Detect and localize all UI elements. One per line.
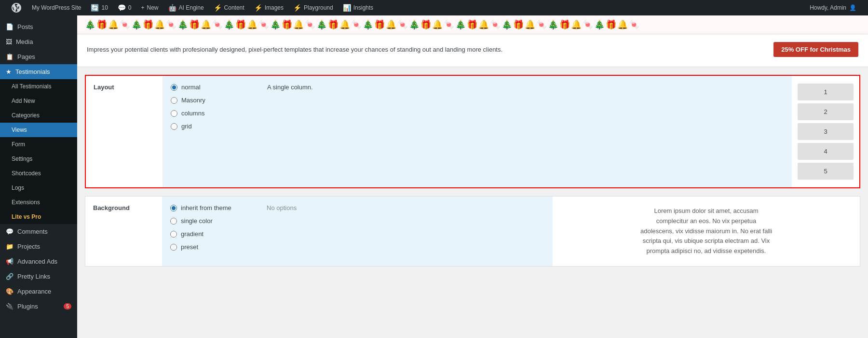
sidebar-item-comments[interactable]: 💬 Comments xyxy=(0,224,77,239)
playground-icon: ⚡ xyxy=(293,4,301,12)
background-options: inherit from theme single color gradient xyxy=(163,197,259,266)
ai-engine-item[interactable]: 🤖 AI Engine xyxy=(163,0,209,15)
sidebar-item-pretty-links[interactable]: 🔗 Pretty Links xyxy=(0,269,77,284)
user-avatar-icon: 👤 xyxy=(849,4,856,11)
sidebar-item-plugins[interactable]: 🔌 Plugins 5 xyxy=(0,299,77,314)
appearance-icon: 🎨 xyxy=(6,288,14,295)
pages-icon: 📋 xyxy=(6,53,14,60)
layout-section: Layout normal Masonry column xyxy=(85,75,860,188)
sidebar-item-posts[interactable]: 📄 Posts xyxy=(0,19,77,34)
plugins-badge: 5 xyxy=(64,303,71,310)
updates-item[interactable]: 🔄 10 xyxy=(86,0,112,15)
sidebar-item-media[interactable]: 🖼 Media xyxy=(0,34,77,49)
wp-logo[interactable] xyxy=(6,3,27,13)
christmas-cta-button[interactable]: 25% OFF for Christmas xyxy=(773,42,858,57)
layout-masonry-label: Masonry xyxy=(181,97,205,104)
posts-icon: 📄 xyxy=(6,23,14,30)
christmas-banner: 🎄🎁🔔🍬🎄🎁🔔🍬🎄🎁🔔🍬🎄🎁🔔🍬🎄🎁🔔🍬🎄🎁🔔🍬🎄🎁🔔🍬🎄🎁🔔🍬🎄🎁🔔🍬🎄🎁🔔🍬… xyxy=(77,15,868,67)
media-icon: 🖼 xyxy=(6,38,12,45)
bg-single-label: single color xyxy=(181,217,213,225)
layout-description: A single column. xyxy=(259,76,792,187)
bg-preset-label: preset xyxy=(181,243,198,251)
sidebar-item-testimonials[interactable]: ★ Testimonials xyxy=(0,64,77,79)
background-label: Background xyxy=(85,197,163,266)
main-content: 🎄🎁🔔🍬🎄🎁🔔🍬🎄🎁🔔🍬🎄🎁🔔🍬🎄🎁🔔🍬🎄🎁🔔🍬🎄🎁🔔🍬🎄🎁🔔🍬🎄🎁🔔🍬🎄🎁🔔🍬… xyxy=(77,15,868,338)
layout-section-content: normal Masonry columns grid xyxy=(163,76,859,187)
col-btn-2[interactable]: 2 xyxy=(798,103,854,120)
comments-icon: 💬 xyxy=(118,4,126,12)
sidebar-item-form[interactable]: Form xyxy=(0,137,77,152)
sidebar-item-logs[interactable]: Logs xyxy=(0,181,77,195)
insights-icon: 📊 xyxy=(343,4,351,12)
content-icon: ⚡ xyxy=(214,4,222,12)
playground-item[interactable]: ⚡ Playground xyxy=(288,0,338,15)
col-btn-1[interactable]: 1 xyxy=(798,84,854,100)
layout-option-grid[interactable]: grid xyxy=(171,123,252,130)
bg-option-preset[interactable]: preset xyxy=(170,243,251,251)
layout-columns-label: columns xyxy=(181,110,204,117)
pretty-links-icon: 🔗 xyxy=(6,273,14,280)
site-name-item[interactable]: My WordPress Site xyxy=(27,0,86,15)
layout-grid-label: grid xyxy=(181,123,192,130)
col-btn-5[interactable]: 5 xyxy=(798,163,854,180)
christmas-description: Impress your potential clients with prof… xyxy=(87,46,764,53)
projects-icon: 📁 xyxy=(6,243,14,250)
bg-option-single[interactable]: single color xyxy=(170,217,251,225)
sidebar-item-appearance[interactable]: 🎨 Appearance xyxy=(0,284,77,299)
christmas-decorations: 🎄🎁🔔🍬🎄🎁🔔🍬🎄🎁🔔🍬🎄🎁🔔🍬🎄🎁🔔🍬🎄🎁🔔🍬🎄🎁🔔🍬🎄🎁🔔🍬🎄🎁🔔🍬🎄🎁🔔🍬… xyxy=(77,15,868,34)
plugins-icon: 🔌 xyxy=(6,303,14,310)
new-item[interactable]: + New xyxy=(136,0,163,15)
sidebar-item-advanced-ads[interactable]: 📢 Advanced Ads xyxy=(0,254,77,269)
layout-option-normal[interactable]: normal xyxy=(171,84,252,91)
col-btn-3[interactable]: 3 xyxy=(798,123,854,140)
christmas-content: Impress your potential clients with prof… xyxy=(77,34,868,67)
testimonials-submenu: All Testimonials Add New Categories View… xyxy=(0,79,77,224)
sidebar-item-add-new[interactable]: Add New xyxy=(0,94,77,108)
sidebar-item-views[interactable]: Views xyxy=(0,123,77,137)
background-preview-text: Lorem ipsum dolor sit amet, accusam comp… xyxy=(639,206,774,256)
advanced-ads-icon: 📢 xyxy=(6,258,14,265)
ai-engine-icon: 🤖 xyxy=(168,4,176,12)
layout-options: normal Masonry columns grid xyxy=(163,76,259,187)
bg-inherit-label: inherit from theme xyxy=(181,204,231,211)
bg-option-inherit[interactable]: inherit from theme xyxy=(170,204,251,211)
sidebar-item-settings[interactable]: Settings xyxy=(0,152,77,166)
background-section: Background inherit from theme single col… xyxy=(85,196,860,267)
background-preview: Lorem ipsum dolor sit amet, accusam comp… xyxy=(553,197,860,266)
col-btn-4[interactable]: 4 xyxy=(798,143,854,160)
updates-icon: 🔄 xyxy=(91,4,99,12)
sidebar-item-extensions[interactable]: Extensions xyxy=(0,195,77,210)
layout-option-columns[interactable]: columns xyxy=(171,110,252,117)
columns-panel: 1 2 3 4 5 xyxy=(792,76,859,187)
comments-sidebar-icon: 💬 xyxy=(6,228,14,235)
admin-bar: My WordPress Site 🔄 10 💬 0 + New 🤖 AI En… xyxy=(0,0,868,15)
sidebar-item-all-testimonials[interactable]: All Testimonials xyxy=(0,79,77,94)
background-section-content: inherit from theme single color gradient xyxy=(163,197,860,266)
sidebar-item-categories[interactable]: Categories xyxy=(0,108,77,123)
content-item[interactable]: ⚡ Content xyxy=(209,0,249,15)
layout-normal-label: normal xyxy=(181,84,201,91)
sidebar-item-projects[interactable]: 📁 Projects xyxy=(0,239,77,254)
settings-area: Layout normal Masonry column xyxy=(77,67,868,282)
comments-item[interactable]: 💬 0 xyxy=(113,0,136,15)
testimonials-icon: ★ xyxy=(6,68,12,75)
sidebar-item-shortcodes[interactable]: Shortcodes xyxy=(0,166,77,181)
sidebar-item-pages[interactable]: 📋 Pages xyxy=(0,49,77,64)
bg-option-gradient[interactable]: gradient xyxy=(170,230,251,238)
sidebar: 📄 Posts 🖼 Media 📋 Pages ★ Testimonials A… xyxy=(0,15,77,338)
layout-label: Layout xyxy=(86,76,163,187)
insights-item[interactable]: 📊 Insights xyxy=(338,0,378,15)
bg-gradient-label: gradient xyxy=(181,230,203,238)
layout-option-masonry[interactable]: Masonry xyxy=(171,97,252,104)
background-no-options: No options xyxy=(259,197,553,266)
sidebar-item-lite-vs-pro[interactable]: Lite vs Pro xyxy=(0,210,77,224)
images-item[interactable]: ⚡ Images xyxy=(249,0,288,15)
images-icon: ⚡ xyxy=(254,4,262,12)
user-greeting[interactable]: Howdy, Admin 👤 xyxy=(804,4,862,11)
